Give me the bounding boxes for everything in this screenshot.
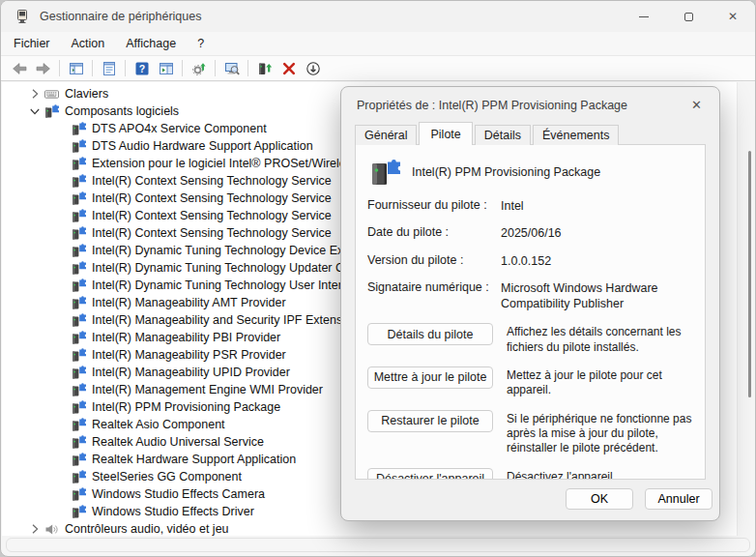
component-icon xyxy=(44,104,59,119)
device-name: Intel(R) PPM Provisioning Package xyxy=(412,165,600,179)
chevron-down-icon[interactable] xyxy=(25,103,44,119)
tree-item-label: Realtek Asio Component xyxy=(92,418,225,431)
action-pane-icon[interactable] xyxy=(154,57,178,79)
menu-item-?[interactable]: ? xyxy=(187,34,215,53)
driver-action-row: Désactiver l'appareilDésactivez l'appare… xyxy=(367,468,693,480)
menu-item-fichier[interactable]: Fichier xyxy=(3,34,61,53)
component-icon xyxy=(72,383,86,397)
driver-action-row: Restaurer le piloteSi le périphérique ne… xyxy=(367,410,693,456)
scan-hardware-changes-icon[interactable] xyxy=(187,57,211,79)
component-icon xyxy=(72,244,86,258)
tree-item-label: Contrôleurs audio, vidéo et jeu xyxy=(65,522,229,536)
tree-item-label: Intel(R) Dynamic Tuning Technology Devic… xyxy=(92,244,383,257)
driver-field-row: Version du pilote :1.0.0.152 xyxy=(367,253,693,269)
action-button-details-du-pilote[interactable]: Détails du pilote xyxy=(367,323,493,345)
ok-button[interactable]: OK xyxy=(566,488,633,510)
chevron-spacer xyxy=(52,382,72,397)
action-button-mettre-a-jour-le-pilote[interactable]: Mettre à jour le pilote xyxy=(367,366,493,389)
maximize-button[interactable] xyxy=(666,1,711,32)
chevron-spacer xyxy=(52,347,72,363)
window-controls: ✕ xyxy=(622,1,755,32)
component-icon xyxy=(72,435,86,450)
update-driver-icon[interactable] xyxy=(252,57,276,79)
chevron-right-icon[interactable] xyxy=(25,521,44,536)
uninstall-device-icon[interactable] xyxy=(276,57,301,79)
toolbar: ? xyxy=(1,55,755,81)
menu-bar: FichierActionAffichage? xyxy=(1,32,755,55)
chevron-right-icon[interactable] xyxy=(25,86,44,102)
component-icon xyxy=(72,122,86,136)
component-icon xyxy=(72,453,86,467)
help-icon[interactable]: ? xyxy=(130,57,154,79)
menu-item-action[interactable]: Action xyxy=(61,34,116,53)
component-icon xyxy=(72,139,86,154)
disable-device-icon[interactable] xyxy=(301,57,325,79)
tree-item-label: Windows Studio Effects Camera xyxy=(92,487,265,501)
driver-field-row: Fournisseur du pilote :Intel xyxy=(367,198,693,214)
tree-item-label: Intel(R) PPM Provisioning Package xyxy=(92,400,280,414)
maximize-icon xyxy=(684,13,693,21)
show-console-tree-icon[interactable] xyxy=(64,57,88,79)
tree-item[interactable]: Contrôleurs audio, vidéo et jeu xyxy=(2,520,737,536)
tree-item-label: Intel(R) Context Sensing Technology Serv… xyxy=(92,209,332,222)
dialog-close-icon[interactable]: ✕ xyxy=(689,98,704,112)
tree-item-label: Intel(R) Manageability PSR Provider xyxy=(92,348,286,362)
back-icon[interactable] xyxy=(7,57,31,79)
chevron-spacer xyxy=(52,434,72,450)
dialog-titlebar: Propriétés de : Intel(R) PPM Provisionin… xyxy=(341,87,719,120)
chevron-spacer xyxy=(52,312,72,328)
component-icon xyxy=(72,261,86,276)
chevron-spacer xyxy=(52,399,72,415)
status-bar xyxy=(6,538,750,552)
minimize-button[interactable] xyxy=(622,1,666,32)
close-button[interactable]: ✕ xyxy=(711,1,755,32)
chevron-spacer xyxy=(52,191,72,206)
chevron-spacer xyxy=(52,156,72,171)
component-icon xyxy=(72,313,86,328)
tree-item-label: DTS APO4x Service Component xyxy=(92,122,267,135)
driver-field-row: Date du pilote :2025/06/16 xyxy=(367,225,693,241)
driver-actions: Détails du piloteAffichez les détails co… xyxy=(367,323,693,480)
forward-icon[interactable] xyxy=(31,57,55,79)
action-button-desactiver-l-appareil[interactable]: Désactiver l'appareil xyxy=(367,468,493,480)
tree-item-label: Windows Studio Effects Driver xyxy=(92,505,254,518)
chevron-spacer xyxy=(52,295,72,310)
properties-dialog: Propriétés de : Intel(R) PPM Provisionin… xyxy=(340,86,720,521)
component-icon xyxy=(72,226,86,241)
component-icon xyxy=(72,191,86,206)
cancel-button[interactable]: Annuler xyxy=(645,488,712,510)
tree-item-label: Realtek Hardware Support Application xyxy=(92,453,296,466)
tree-item-label: Intel(R) Management Engine WMI Provider xyxy=(92,383,323,396)
dialog-tabs: GénéralPiloteDétailsÉvénements xyxy=(341,122,719,145)
component-icon xyxy=(72,296,86,310)
chevron-spacer xyxy=(52,469,72,484)
field-value: 1.0.0.152 xyxy=(501,253,693,269)
properties-icon[interactable] xyxy=(97,57,121,79)
tree-item-label: Realtek Audio Universal Service xyxy=(92,435,264,449)
window-title: Gestionnaire de périphériques xyxy=(40,10,201,23)
tab-general[interactable]: Général xyxy=(355,125,417,145)
field-value: Intel xyxy=(501,198,693,214)
menu-item-affichage[interactable]: Affichage xyxy=(115,34,187,53)
tree-item-label: Composants logiciels xyxy=(65,104,179,118)
remote-computer-icon[interactable] xyxy=(219,57,244,79)
chevron-spacer xyxy=(52,138,72,154)
device-manager-window: Gestionnaire de périphériques ✕ FichierA… xyxy=(0,0,756,557)
main-scrollbar[interactable] xyxy=(748,151,751,397)
tree-item-label: Intel(R) Manageability and Security IPF … xyxy=(92,313,359,327)
action-description: Si le périphérique ne fonctionne pas apr… xyxy=(507,410,693,456)
tab-pilote[interactable]: Pilote xyxy=(419,122,472,145)
chevron-spacer xyxy=(52,278,72,293)
device-header: Intel(R) PPM Provisioning Package xyxy=(367,154,693,191)
component-icon xyxy=(72,209,86,223)
component-icon xyxy=(72,418,86,432)
keyboard-icon xyxy=(44,87,59,102)
action-button-restaurer-le-pilote[interactable]: Restaurer le pilote xyxy=(367,410,493,432)
tab-evenements[interactable]: Événements xyxy=(533,125,619,145)
component-icon xyxy=(72,174,86,189)
driver-action-row: Détails du piloteAffichez les détails co… xyxy=(367,323,693,355)
tree-item-label: Claviers xyxy=(65,87,108,101)
chevron-spacer xyxy=(52,417,72,432)
component-icon xyxy=(72,487,86,502)
tab-details[interactable]: Détails xyxy=(475,125,531,145)
